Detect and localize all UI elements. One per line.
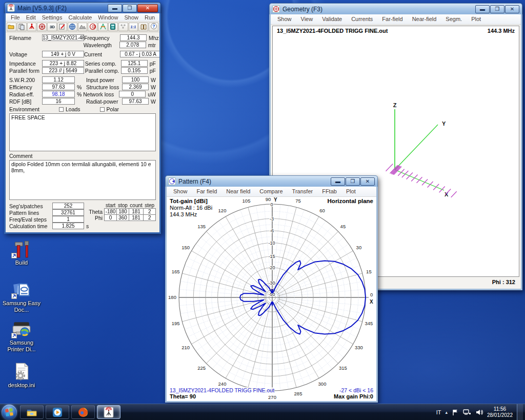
- pattern-wheel-icon[interactable]: [37, 23, 47, 31]
- pattern-menu-compare[interactable]: Compare: [255, 187, 287, 196]
- network-loss-value[interactable]: 0: [119, 91, 146, 97]
- pattern-titlebar[interactable]: Pattern (F4) ▬ ❒ ✕: [165, 175, 378, 187]
- geometry-menu-show[interactable]: Show: [273, 15, 296, 24]
- taskbar-app-windows-explorer[interactable]: [20, 405, 44, 419]
- main-menu-settings[interactable]: Settings: [39, 14, 66, 21]
- maximize-button[interactable]: ❒: [346, 177, 360, 186]
- desktop-icon-desktop-ini[interactable]: desktop.ini: [2, 362, 41, 389]
- network-icon[interactable]: [463, 409, 471, 416]
- language-indicator[interactable]: IT: [436, 409, 441, 415]
- help-balloon-icon[interactable]: ?: [149, 23, 158, 31]
- voltage-value[interactable]: 149 + j 0 V: [42, 51, 84, 57]
- main-menu-show[interactable]: Show: [121, 14, 142, 21]
- clock[interactable]: 11:56 28/01/2022: [487, 406, 513, 418]
- rdf-db--value[interactable]: 16: [42, 98, 75, 105]
- geometry-menu-validate[interactable]: Validate: [317, 15, 347, 24]
- main-titlebar[interactable]: Main [V5.9.3] (F2) ▬ ❒ ✕: [4, 2, 161, 13]
- 3d-view-icon[interactable]: 3D: [47, 23, 57, 31]
- optimizer-dots-icon[interactable]: [118, 23, 128, 31]
- main-menu-calculate[interactable]: Calculate: [65, 14, 95, 21]
- maximize-button[interactable]: ❒: [123, 4, 137, 12]
- copy-pages-icon[interactable]: [17, 23, 27, 31]
- hidden-icons-button[interactable]: ▴: [445, 410, 448, 415]
- geometry-menu-currents[interactable]: Currents: [347, 15, 377, 24]
- current-value[interactable]: 0.67 - j 0.03 A: [120, 51, 161, 57]
- show-desktop-button[interactable]: [517, 404, 523, 420]
- start-button[interactable]: [2, 405, 17, 420]
- smith-chart-icon[interactable]: [88, 23, 97, 31]
- loads-checkbox-box[interactable]: [59, 107, 64, 112]
- pattern-lines-value[interactable]: 32761: [52, 209, 84, 216]
- efficiency-value[interactable]: 97.63: [42, 84, 75, 90]
- radiat-eff--value[interactable]: 98.18: [42, 91, 75, 97]
- taskbar-app-firefox[interactable]: [71, 405, 95, 419]
- calculation-time-value[interactable]: 1.825: [52, 223, 84, 229]
- geometry-menu-near-field[interactable]: Near-field: [408, 15, 441, 24]
- desktop-icon-samsung-printer[interactable]: Samsung Printer Di...: [2, 319, 41, 353]
- wavelength-value[interactable]: 2.078: [119, 42, 146, 48]
- close-button[interactable]: ✕: [505, 5, 519, 13]
- geometry-menu-far-field[interactable]: Far-field: [377, 15, 407, 24]
- main-menu-window[interactable]: Window: [95, 14, 121, 21]
- parallel-form-value[interactable]: 223 // j 5649: [42, 67, 84, 74]
- input-power-value[interactable]: 100: [122, 76, 149, 83]
- pattern-menu-transfer[interactable]: Transfer: [288, 187, 318, 196]
- structure-loss-value[interactable]: 2.369: [122, 84, 149, 90]
- filename-value[interactable]: 13_I5MZY2021-4FO: [42, 34, 84, 41]
- polar-checkbox-box[interactable]: [100, 107, 105, 112]
- impedance-value[interactable]: 223 + j 8.82: [42, 60, 84, 67]
- pattern-menu-show[interactable]: Show: [169, 187, 192, 196]
- close-button[interactable]: ✕: [137, 4, 158, 12]
- main-menu-help[interactable]: Help: [158, 14, 161, 21]
- s-w-r-200-value[interactable]: 1.12: [42, 76, 75, 83]
- comment-field[interactable]: dipolo Folded 10mm con termilali allunga…: [9, 160, 156, 200]
- sweep-phi-stop[interactable]: 360: [117, 215, 129, 221]
- sweep-phi-count[interactable]: 181: [129, 215, 144, 221]
- sweep-theta-count[interactable]: 181: [129, 209, 144, 215]
- minimize-button[interactable]: ▬: [108, 4, 122, 12]
- volume-icon[interactable]: [475, 409, 483, 416]
- sweep-phi-step[interactable]: 2: [144, 215, 156, 221]
- scale-1-1-icon[interactable]: 1:1: [129, 23, 138, 31]
- polar-checkbox[interactable]: Polar: [100, 106, 119, 112]
- main-menu-file[interactable]: File: [8, 14, 23, 21]
- sweep-phi-start[interactable]: 0: [105, 215, 117, 221]
- gamma-match-icon[interactable]: [98, 23, 108, 31]
- geometry-menu-view[interactable]: View: [296, 15, 318, 24]
- desktop-icon-build[interactable]: Build: [2, 239, 41, 266]
- geometry-titlebar[interactable]: Geometry (F3) ▬ ❒ ✕: [269, 3, 522, 14]
- maximize-button[interactable]: ❒: [490, 5, 504, 13]
- pattern-menu-near-field[interactable]: Near field: [221, 187, 255, 196]
- open-file-icon[interactable]: [7, 23, 16, 31]
- geometry-menu-plot[interactable]: Plot: [467, 15, 486, 24]
- action-center-flag-icon[interactable]: [452, 409, 459, 416]
- pattern-menu-far-field[interactable]: Far field: [192, 187, 222, 196]
- freq-eval-steps-value[interactable]: 1: [52, 216, 84, 223]
- minimize-button[interactable]: ▬: [475, 5, 490, 13]
- main-menu-run[interactable]: Run: [142, 14, 158, 21]
- taskbar-app-4nec2-antenna[interactable]: [97, 405, 120, 419]
- sweep-theta-start[interactable]: -180: [105, 209, 117, 215]
- geometry-menu-segm-[interactable]: Segm.: [441, 15, 467, 24]
- frequency-value[interactable]: 144.3: [120, 34, 147, 41]
- radiat-power-value[interactable]: 97.63: [122, 98, 149, 105]
- taskbar-app-windows-media-player[interactable]: [46, 405, 69, 419]
- terrain-3d-icon[interactable]: [78, 23, 88, 31]
- manual-book-icon[interactable]: [138, 23, 148, 31]
- calculator-icon[interactable]: [108, 23, 118, 31]
- series-comp--value[interactable]: 125.1: [121, 60, 148, 67]
- pattern-menu-fftab[interactable]: FFtab: [317, 187, 341, 196]
- seg-s-patches-value[interactable]: 252: [52, 203, 84, 209]
- loads-checkbox[interactable]: Loads: [59, 106, 80, 112]
- geometry-antenna-icon[interactable]: [27, 23, 37, 31]
- desktop-icon-samsung-easy-doc[interactable]: Samsung Easy Doc...: [2, 279, 41, 313]
- main-menu-edit[interactable]: Edit: [23, 14, 39, 21]
- far-field-globe-icon[interactable]: [68, 23, 77, 31]
- pattern-menu-plot[interactable]: Plot: [341, 187, 360, 196]
- sweep-theta-stop[interactable]: 180: [117, 209, 129, 215]
- edit-nec-icon[interactable]: [57, 23, 67, 31]
- minimize-button[interactable]: ▬: [331, 177, 345, 186]
- close-button[interactable]: ✕: [360, 177, 375, 186]
- environment-field[interactable]: FREE SPACE: [9, 113, 156, 151]
- parallel-comp--value[interactable]: 0.195: [121, 67, 148, 74]
